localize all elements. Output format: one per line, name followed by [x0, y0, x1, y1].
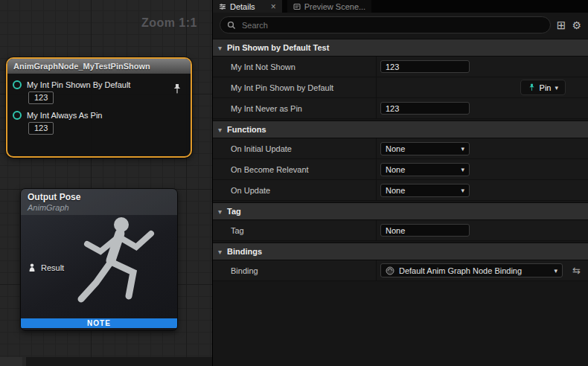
tab-bar: Details × Preview Scene... [213, 0, 588, 13]
tab-close-icon[interactable]: × [271, 2, 276, 11]
property-row: My Int Pin Shown by Default Pin ▾ [213, 77, 588, 98]
reset-to-default-icon[interactable]: ⇆ [572, 266, 581, 275]
canvas-bottom-corner [0, 357, 22, 366]
graph-canvas[interactable]: Zoom 1:1 AnimGraphNode_MyTestPinShown My… [0, 0, 212, 366]
pin-button-label: Pin [540, 83, 552, 92]
section-header[interactable]: ▾ Pin Shown by Default Test [213, 39, 588, 57]
chevron-down-icon: ▾ [218, 44, 222, 52]
search-input[interactable] [240, 20, 543, 30]
section-title: Functions [227, 125, 266, 134]
int-pin-icon[interactable] [13, 111, 22, 120]
pose-pin-icon[interactable] [28, 263, 36, 272]
property-row: Binding Default Anim Graph Node Binding … [213, 260, 588, 281]
tab-details[interactable]: Details × [213, 0, 282, 13]
property-value: None ▾ [377, 180, 588, 200]
property-label: Tag [213, 220, 377, 240]
chevron-down-icon: ▾ [218, 208, 222, 216]
property-row: On Update None ▾ [213, 180, 588, 201]
pin-icon [528, 83, 536, 92]
search-row: ⊞ ⚙ [213, 13, 588, 37]
tab-label: Details [230, 2, 255, 11]
zoom-level-label: Zoom 1:1 [141, 16, 197, 30]
pin-row: My Int Pin Shown By Default [13, 80, 191, 89]
column-view-icon[interactable]: ⊞ [557, 19, 566, 30]
property-label: On Update [213, 180, 377, 200]
binding-dropdown[interactable]: Default Anim Graph Node Binding ▾ [380, 263, 563, 277]
property-value [377, 57, 588, 77]
dropdown-value: None [386, 186, 405, 195]
dropdown-value: None [386, 165, 405, 174]
property-value: None ▾ [377, 138, 588, 158]
section-tag: ▾ Tag Tag [213, 202, 588, 241]
property-row: My Int Never as Pin [213, 98, 588, 119]
function-dropdown[interactable]: None ▾ [380, 163, 470, 176]
binding-icon [386, 266, 394, 275]
dropdown-value: None [386, 144, 405, 153]
details-panel: Details × Preview Scene... ⊞ ⚙ ▾ Pin Sho… [212, 0, 588, 366]
property-row: Tag [213, 220, 588, 241]
property-value: None ▾ [377, 159, 588, 179]
property-label: Binding [213, 260, 377, 280]
chevron-down-icon: ▾ [218, 248, 222, 256]
property-label: My Int Pin Shown by Default [213, 77, 377, 97]
function-dropdown[interactable]: None ▾ [380, 142, 470, 155]
result-label: Result [41, 263, 64, 272]
property-label: On Become Relevant [213, 159, 377, 179]
pin-value-field[interactable]: 123 [28, 92, 54, 104]
section-pin-shown-by-default-test: ▾ Pin Shown by Default Test My Int Not S… [213, 39, 588, 119]
property-row: My Int Not Shown [213, 57, 588, 77]
property-label: On Initial Update [213, 138, 377, 158]
pin-label: My Int Always As Pin [27, 111, 102, 120]
search-icon [227, 21, 236, 30]
section-bindings: ▾ Bindings Binding Default Anim Graph No… [213, 243, 588, 281]
property-row: On Initial Update None ▾ [213, 138, 588, 159]
section-title: Pin Shown by Default Test [227, 43, 329, 52]
node-title[interactable]: AnimGraphNode_MyTestPinShown [7, 59, 191, 74]
section-title: Tag [227, 207, 241, 216]
chevron-down-icon: ▾ [555, 84, 558, 92]
tab-label: Preview Scene... [304, 2, 366, 11]
property-row: On Become Relevant None ▾ [213, 159, 588, 180]
property-value: Pin ▾ [377, 77, 588, 97]
anim-graph-test-node[interactable]: AnimGraphNode_MyTestPinShown My Int Pin … [6, 57, 192, 158]
chevron-down-icon: ▾ [461, 145, 464, 152]
pin-row: My Int Always As Pin [13, 111, 191, 120]
section-header[interactable]: ▾ Tag [213, 202, 588, 220]
result-pin-row: Result [28, 263, 64, 272]
pin-value-field[interactable]: 123 [28, 122, 54, 135]
property-value [377, 220, 588, 240]
thumbtack-icon[interactable] [172, 83, 182, 94]
note-badge[interactable]: NOTE [21, 318, 177, 328]
int-value-field[interactable] [380, 102, 470, 115]
section-title: Bindings [227, 247, 262, 256]
property-value: Default Anim Graph Node Binding ▾ ⇆ [377, 260, 588, 280]
pin-label: My Int Pin Shown By Default [27, 80, 130, 89]
output-pose-node[interactable]: Output Pose AnimGraph Result NOTE [20, 188, 178, 331]
int-pin-icon[interactable] [13, 80, 22, 89]
tab-preview-scene[interactable]: Preview Scene... [287, 0, 372, 13]
section-functions: ▾ Functions On Initial Update None ▾ On … [213, 121, 588, 201]
function-dropdown[interactable]: None ▾ [380, 184, 470, 197]
canvas-bottom-strip [26, 357, 212, 366]
property-label: My Int Not Shown [213, 57, 377, 77]
property-value [377, 98, 588, 118]
chevron-down-icon: ▾ [554, 267, 557, 274]
search-box[interactable] [220, 16, 551, 33]
tag-value-field[interactable] [380, 224, 470, 237]
pin-visibility-button[interactable]: Pin ▾ [520, 80, 566, 95]
section-header[interactable]: ▾ Bindings [213, 243, 588, 260]
chevron-down-icon: ▾ [218, 126, 222, 134]
chevron-down-icon: ▾ [461, 187, 464, 194]
details-tab-icon [219, 3, 226, 10]
property-label: My Int Never as Pin [213, 98, 377, 118]
node-title: Output Pose [28, 192, 170, 202]
preview-scene-tab-icon [293, 3, 301, 10]
settings-gear-icon[interactable]: ⚙ [572, 20, 581, 30]
int-value-field[interactable] [380, 60, 470, 73]
binding-value: Default Anim Graph Node Binding [399, 266, 522, 275]
section-header[interactable]: ▾ Functions [213, 121, 588, 138]
mannequin-image [62, 211, 177, 319]
chevron-down-icon: ▾ [461, 166, 464, 173]
